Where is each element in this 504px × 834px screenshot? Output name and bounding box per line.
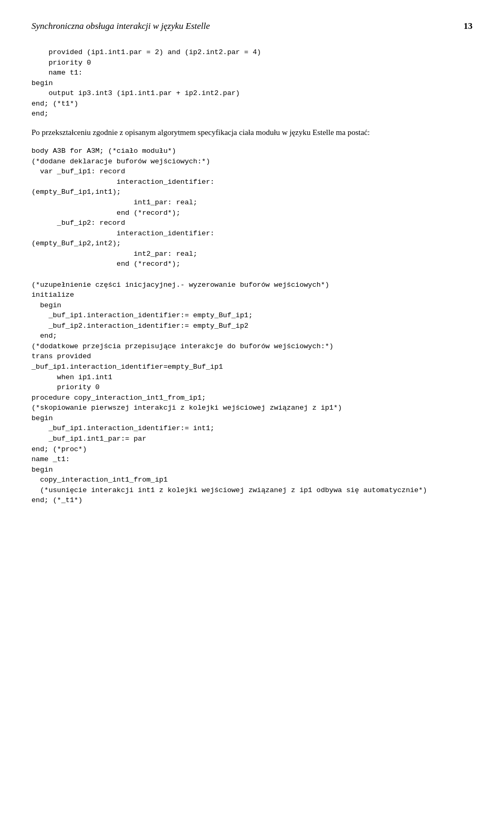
header-title: Synchroniczna obsługa interakcji w język… <box>32 21 210 32</box>
prose-text-1: Po przekształceniu zgodnie z opisanym al… <box>32 127 472 139</box>
code-block-1: provided (ip1.int1.par = 2) and (ip2.int… <box>32 47 472 119</box>
prose-section-1: Po przekształceniu zgodnie z opisanym al… <box>32 127 472 139</box>
code-section-1: provided (ip1.int1.par = 2) and (ip2.int… <box>32 47 472 119</box>
page-header: Synchroniczna obsługa interakcji w język… <box>32 21 472 32</box>
code-block-2: body A3B for A3M; (*ciało modułu*) (*dod… <box>32 146 472 506</box>
page: Synchroniczna obsługa interakcji w język… <box>0 0 504 834</box>
code-section-2: body A3B for A3M; (*ciało modułu*) (*dod… <box>32 146 472 506</box>
page-number: 13 <box>464 21 472 32</box>
